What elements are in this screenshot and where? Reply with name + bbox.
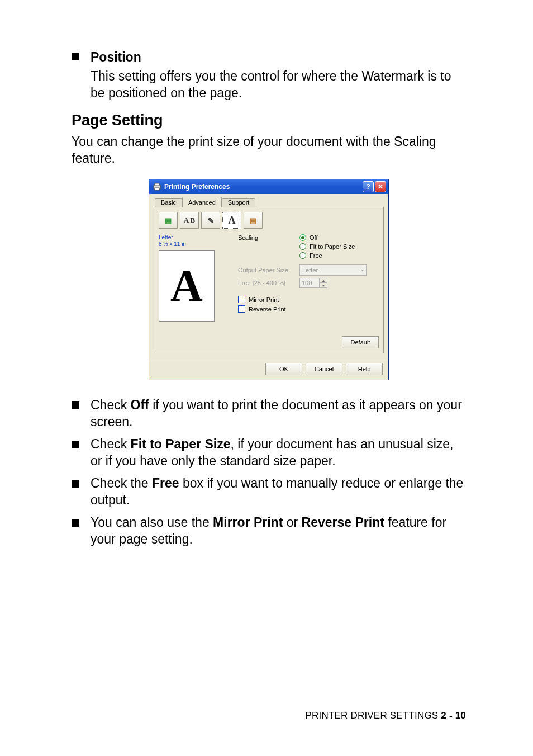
- bullet-icon: [72, 401, 79, 409]
- radio-free[interactable]: Free: [299, 252, 355, 259]
- toolbar-btn-5[interactable]: ▤: [244, 212, 263, 229]
- toolbar-btn-4-label: A: [229, 215, 236, 226]
- checkbox-icon: [238, 305, 245, 313]
- toolbar-btn-2-label: A B: [184, 216, 196, 225]
- close-titlebar-button[interactable]: ✕: [375, 181, 386, 192]
- spinner-up-icon: ▲: [320, 278, 327, 283]
- radio-dot-icon: [299, 252, 306, 259]
- section-heading-page-setting: Page Setting: [72, 112, 466, 129]
- position-heading: Position: [91, 49, 141, 66]
- radio-dot-icon: [299, 243, 306, 250]
- mirror-print-checkbox[interactable]: Mirror Print: [238, 296, 379, 303]
- titlebar: Printing Preferences ? ✕: [149, 179, 388, 194]
- svg-rect-1: [155, 183, 159, 186]
- position-body: This setting offers you the control for …: [91, 68, 466, 102]
- output-paper-size-label: Output Paper Size: [238, 267, 299, 273]
- default-button[interactable]: Default: [342, 336, 379, 348]
- radio-off-label: Off: [310, 234, 317, 241]
- bullet-icon: [72, 53, 79, 60]
- help-button[interactable]: Help: [346, 363, 383, 375]
- tab-basic[interactable]: Basic: [155, 198, 182, 207]
- bullet-icon: [72, 480, 79, 488]
- toolbar-btn-1[interactable]: ▦: [159, 212, 178, 229]
- toolbar-btn-4[interactable]: A: [222, 212, 241, 229]
- printing-preferences-dialog: Printing Preferences ? ✕ Basic Advanced …: [149, 179, 389, 380]
- bullet-free: Check the Free box if you want to manual…: [91, 475, 466, 509]
- page-preview: A: [159, 250, 215, 322]
- chevron-down-icon: ▾: [361, 268, 364, 273]
- reverse-print-checkbox[interactable]: Reverse Print: [238, 305, 379, 313]
- help-titlebar-button[interactable]: ?: [363, 181, 374, 192]
- svg-rect-2: [155, 188, 159, 190]
- preview-size-name: Letter: [159, 234, 231, 241]
- radio-dot-icon: [299, 234, 306, 241]
- output-paper-size-select: Letter ▾: [299, 264, 367, 276]
- free-percent-spinner: ▲ ▼: [299, 278, 327, 288]
- radio-free-label: Free: [310, 252, 322, 259]
- ok-button[interactable]: OK: [265, 363, 302, 375]
- free-percent-label: Free [25 - 400 %]: [238, 280, 299, 286]
- scaling-label: Scaling: [238, 234, 299, 241]
- printer-icon: [153, 182, 161, 191]
- spinner-down-icon: ▼: [320, 283, 327, 288]
- bullet-mirror-reverse: You can also use the Mirror Print or Rev…: [91, 514, 466, 548]
- tab-support[interactable]: Support: [222, 198, 256, 207]
- checkbox-icon: [238, 296, 245, 303]
- reverse-print-label: Reverse Print: [249, 306, 286, 313]
- toolbar-btn-2[interactable]: A B: [180, 212, 199, 229]
- radio-fit[interactable]: Fit to Paper Size: [299, 243, 355, 250]
- radio-fit-label: Fit to Paper Size: [310, 243, 355, 250]
- bullet-fit: Check Fit to Paper Size, if your documen…: [91, 436, 466, 470]
- free-percent-input: [299, 278, 320, 288]
- toolbar-btn-3[interactable]: ✎: [201, 212, 220, 229]
- cancel-button[interactable]: Cancel: [306, 363, 342, 375]
- page-footer: PRINTER DRIVER SETTINGS 2 - 10: [306, 710, 467, 721]
- bullet-icon: [72, 519, 79, 527]
- tab-advanced[interactable]: Advanced: [182, 197, 222, 207]
- preview-size-dim: 8 ½ x 11 in: [159, 241, 231, 248]
- bullet-off: Check Off if you want to print the docum…: [91, 397, 466, 431]
- dialog-title: Printing Preferences: [164, 183, 230, 191]
- output-paper-size-value: Letter: [302, 267, 318, 273]
- mirror-print-label: Mirror Print: [249, 296, 279, 303]
- bullet-icon: [72, 441, 79, 448]
- lead-paragraph: You can change the print size of your do…: [72, 134, 466, 167]
- radio-off[interactable]: Off: [299, 234, 355, 241]
